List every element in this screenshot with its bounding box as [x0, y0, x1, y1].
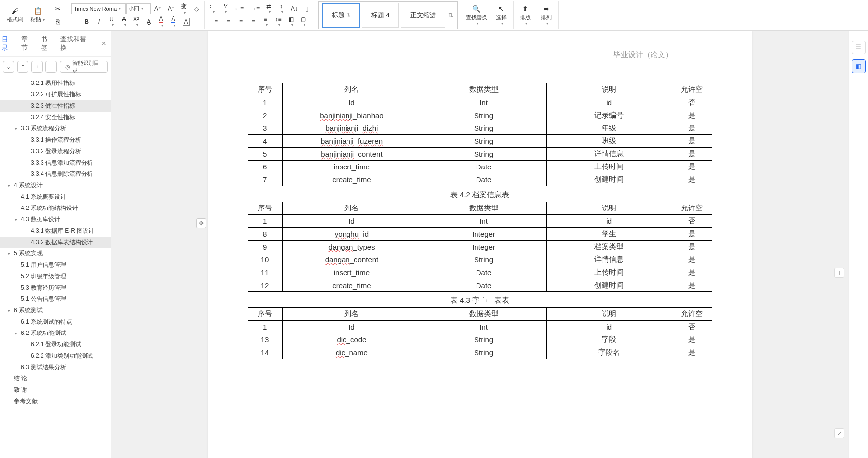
table-cell: 8: [248, 228, 282, 241]
toc-item[interactable]: ▾3.3 系统流程分析: [0, 123, 111, 134]
number-list-button[interactable]: ⅟: [219, 2, 231, 15]
indent-dec-button[interactable]: ←≡: [231, 2, 247, 15]
font-name-combo[interactable]: Times New Roma: [71, 3, 126, 14]
sort-button[interactable]: ↕: [275, 2, 287, 15]
toc-item[interactable]: 致 谢: [0, 384, 111, 396]
toc-item[interactable]: 3.3.2 登录流程分析: [0, 146, 111, 157]
tab-toc[interactable]: 目录: [2, 35, 14, 52]
bullet-list-button[interactable]: ≔: [207, 2, 218, 15]
toc-item[interactable]: 4.3.1 数据库 E-R 图设计: [0, 225, 111, 237]
toc-item[interactable]: 5.3 教育经历管理: [0, 282, 111, 293]
floating-add-button[interactable]: +: [834, 268, 844, 278]
toc-item[interactable]: ▾4 系统设计: [0, 180, 111, 191]
toc-dropdown-button[interactable]: ⌄: [3, 61, 14, 73]
toc-item[interactable]: 3.3.3 信息添加流程分析: [0, 157, 111, 168]
shading-button[interactable]: ◧: [285, 15, 297, 28]
italic-button[interactable]: I: [93, 15, 105, 28]
show-marks-button[interactable]: A↓: [288, 2, 301, 15]
change-case-button[interactable]: 变: [178, 2, 190, 15]
toc-item[interactable]: 5.1 公告信息管理: [0, 293, 111, 305]
toc-remove-button[interactable]: −: [45, 61, 57, 73]
close-panel-button[interactable]: ✕: [99, 40, 109, 47]
style-heading4[interactable]: 标题 4: [362, 3, 399, 28]
right-sidebar: ☰ ◧: [848, 31, 868, 458]
toc-add-button[interactable]: +: [31, 61, 43, 73]
char-border-button[interactable]: A: [180, 15, 193, 28]
indent-inc-button[interactable]: →≡: [247, 2, 262, 15]
highlight-button[interactable]: A: [168, 15, 179, 28]
align-left-button[interactable]: ≡: [211, 15, 222, 28]
text-direction-button[interactable]: ⇄: [263, 2, 275, 15]
toc-item[interactable]: 3.2.1 易用性指标: [0, 78, 111, 89]
grow-font-button[interactable]: A⁺: [151, 2, 164, 15]
pilcrow-icon: A↓: [291, 5, 298, 12]
cut-button[interactable]: ✂: [51, 2, 65, 15]
expand-outline-button[interactable]: ☰: [852, 41, 866, 54]
copy-button[interactable]: ⎘: [51, 15, 65, 28]
toc-item[interactable]: 3.2.2 可扩展性指标: [0, 89, 111, 100]
toc-item[interactable]: ▾6 系统测试: [0, 305, 111, 316]
tab-chapters[interactable]: 章节: [21, 35, 34, 52]
toc-item[interactable]: 3.2.4 安全性指标: [0, 112, 111, 123]
caret-icon: ▾: [8, 308, 14, 313]
toc-item[interactable]: 4.3.2 数据库表结构设计: [0, 237, 111, 248]
font-size-combo[interactable]: 小四: [126, 3, 151, 14]
tab-find[interactable]: 查找和替换: [60, 35, 92, 52]
toc-item[interactable]: 3.3.4 信息删除流程分析: [0, 168, 111, 180]
arrange-button[interactable]: ⬌ 排列: [536, 1, 556, 29]
tab-bookmarks[interactable]: 书签: [41, 35, 53, 52]
align-right-button[interactable]: ≡: [235, 15, 247, 28]
toc-item[interactable]: 6.3 测试结果分析: [0, 362, 111, 373]
strikethrough-button[interactable]: A: [118, 15, 130, 28]
find-replace-button[interactable]: 🔍 查找替换: [463, 1, 490, 29]
paragraph-button[interactable]: ▯: [301, 2, 313, 15]
toc-item-label: 结 论: [14, 375, 27, 383]
table-handle[interactable]: ✥: [196, 218, 206, 228]
floating-expand-button[interactable]: ⤢: [834, 428, 844, 438]
toc-item[interactable]: 3.2.3 健壮性指标: [0, 100, 111, 112]
align-justify-button[interactable]: ≡: [248, 15, 260, 28]
table-cell: 是: [672, 241, 712, 253]
toc-item[interactable]: 6.2.2 添加类别功能测试: [0, 350, 111, 362]
underline-button[interactable]: U: [106, 15, 118, 28]
toc-item[interactable]: 4.2 系统功能结构设计: [0, 203, 111, 214]
caret-icon: ▾: [15, 217, 21, 222]
toc-collapse-button[interactable]: ⌃: [17, 61, 29, 73]
table-header-cell: 说明: [546, 83, 672, 96]
line-spacing-button[interactable]: ↕≡: [272, 15, 285, 28]
format-painter-button[interactable]: 🖌 格式刷: [4, 1, 26, 29]
clear-format-button[interactable]: ◇: [190, 2, 202, 15]
properties-button[interactable]: ◧: [852, 59, 866, 73]
toc-item[interactable]: 参考文献: [0, 396, 111, 407]
shrink-font-button[interactable]: A⁻: [165, 2, 177, 15]
table-cell: String: [421, 109, 547, 122]
style-heading3[interactable]: 标题 3: [322, 3, 360, 28]
toc-item[interactable]: 3.3.1 操作流程分析: [0, 134, 111, 146]
toc-item[interactable]: ▾6.2 系统功能测试: [0, 328, 111, 339]
superscript-button[interactable]: X²: [130, 15, 142, 28]
toc-item[interactable]: 6.1 系统测试的特点: [0, 316, 111, 328]
bold-button[interactable]: B: [81, 15, 93, 28]
toc-item[interactable]: ▾5 系统实现: [0, 248, 111, 259]
toc-item[interactable]: ▾4.3 数据库设计: [0, 214, 111, 225]
phonetic-button[interactable]: A̱: [143, 15, 155, 28]
styles-more-icon[interactable]: ⇅: [446, 12, 455, 19]
paste-button[interactable]: 📋 粘贴: [27, 1, 48, 29]
distribute-button[interactable]: ≡: [260, 15, 272, 28]
border-button[interactable]: ▢: [298, 15, 309, 28]
toc-list[interactable]: 3.2.1 易用性指标3.2.2 可扩展性指标3.2.3 健壮性指标3.2.4 …: [0, 77, 111, 458]
insert-marker[interactable]: +: [483, 297, 490, 304]
toc-item[interactable]: 结 论: [0, 373, 111, 384]
styles-gallery[interactable]: 标题 3 标题 4 正文缩进 ⇅: [318, 1, 458, 29]
toc-item[interactable]: 6.2.1 登录功能测试: [0, 339, 111, 350]
smart-toc-button[interactable]: ◎ 智能识别目录: [60, 61, 108, 73]
document-area[interactable]: ✥ 毕业设计（论文） 序号列名数据类型说明允许空1IdIntid否2banjin…: [111, 31, 848, 458]
layout-button[interactable]: ⬍ 排版: [516, 1, 535, 29]
style-body-indent[interactable]: 正文缩进: [401, 3, 445, 28]
align-center-button[interactable]: ≡: [223, 15, 235, 28]
toc-item[interactable]: 5.1 用户信息管理: [0, 259, 111, 271]
font-color-button[interactable]: A: [155, 15, 167, 28]
toc-item[interactable]: 4.1 系统概要设计: [0, 191, 111, 203]
select-button[interactable]: ↖ 选择: [491, 1, 511, 29]
toc-item[interactable]: 5.2 班级年级管理: [0, 271, 111, 282]
